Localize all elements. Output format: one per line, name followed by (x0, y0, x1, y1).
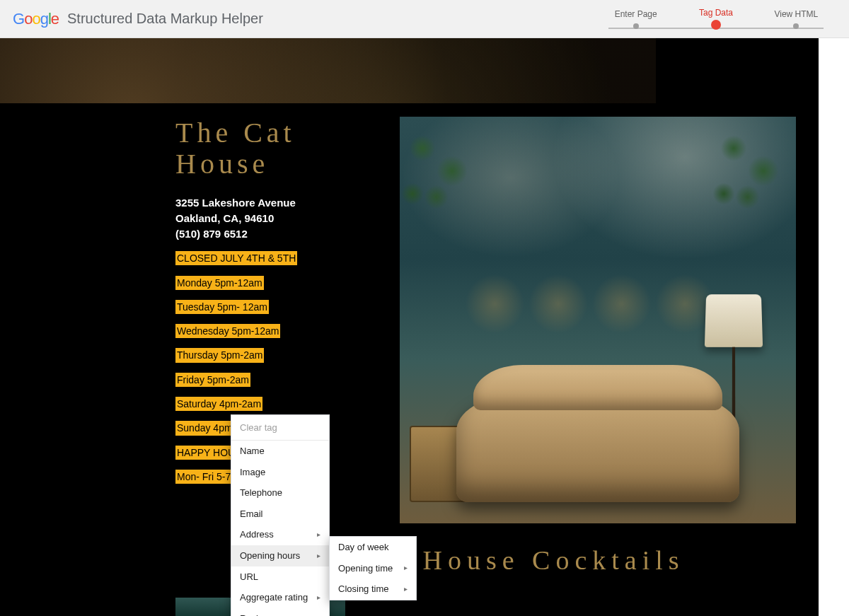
step-label: Tag Data (699, 8, 733, 18)
menu-item-url[interactable]: URL (231, 566, 329, 588)
menu-item-label: Opening hours (240, 550, 300, 562)
hours-monday-highlighted[interactable]: Monday 5pm-12am (175, 276, 264, 290)
chevron-right-icon: ▸ (404, 585, 408, 593)
lamp-decor (705, 294, 763, 347)
menu-item-label: Email (240, 509, 263, 520)
step-tag-data[interactable]: Tag Data (676, 8, 756, 30)
menu-clear-tag[interactable]: Clear tag (231, 415, 329, 441)
menu-item-label: Closing time (338, 583, 389, 595)
section-heading-cocktails[interactable]: d House Cocktails (391, 545, 685, 576)
menu-item-label: Aggregate rating (240, 592, 308, 603)
submenu-item-day-of-week[interactable]: Day of week (330, 537, 416, 558)
hours-thursday-highlighted[interactable]: Thursday 5pm-2am (175, 348, 264, 362)
step-dot (633, 23, 639, 29)
menu-item-address[interactable]: Address ▸ (231, 524, 329, 545)
side-panel (819, 38, 849, 616)
menu-item-email[interactable]: Email (231, 504, 329, 525)
app-title: Structured Data Markup Helper (67, 11, 263, 27)
menu-item-label: Address (240, 529, 274, 540)
chevron-right-icon: ▸ (404, 564, 408, 572)
menu-item-name[interactable]: Name (231, 441, 329, 462)
plant-decor (704, 117, 796, 275)
menu-item-label: Review (240, 613, 270, 616)
menu-item-image[interactable]: Image (231, 462, 329, 483)
step-label: View HTML (774, 9, 818, 19)
menu-item-review[interactable]: Review ▸ (231, 608, 329, 616)
menu-item-label: Opening time (338, 563, 393, 574)
business-name[interactable]: The Cat House (175, 117, 388, 180)
happy-hour-times-highlighted[interactable]: Mon- Fri 5-7 (175, 470, 232, 484)
hours-tuesday-highlighted[interactable]: Tuesday 5pm- 12am (175, 300, 269, 314)
step-label: Enter Page (615, 9, 657, 19)
tag-context-menu: Clear tag Name Image Telephone Email Add… (231, 414, 330, 616)
submenu-item-opening-time[interactable]: Opening time ▸ (330, 558, 416, 579)
chevron-right-icon: ▸ (317, 552, 320, 560)
closed-notice-highlighted[interactable]: CLOSED JULY 4TH & 5TH (175, 251, 297, 265)
hours-friday-highlighted[interactable]: Friday 5pm-2am (175, 373, 250, 387)
step-view-html[interactable]: View HTML (756, 9, 836, 29)
menu-item-label: Day of week (338, 542, 389, 553)
menu-item-opening-hours[interactable]: Opening hours ▸ (231, 545, 329, 566)
menu-item-label: Telephone (240, 487, 282, 499)
phone[interactable]: (510) 879 6512 (175, 226, 388, 242)
address-line-1[interactable]: 3255 Lakeshore Avenue (175, 195, 388, 211)
google-logo: Google (13, 10, 59, 28)
step-enter-page[interactable]: Enter Page (596, 9, 676, 29)
opening-hours-submenu: Day of week Opening time ▸ Closing time … (329, 536, 417, 600)
couch-decor (456, 396, 739, 502)
progress-stepper: Enter Page Tag Data View HTML (596, 8, 836, 30)
menu-item-label: Image (240, 467, 265, 478)
menu-item-telephone[interactable]: Telephone (231, 482, 329, 504)
step-dot (711, 20, 721, 30)
chevron-right-icon: ▸ (317, 530, 320, 539)
menu-item-label: Name (240, 446, 265, 457)
hours-saturday-highlighted[interactable]: Saturday 4pm-2am (175, 397, 262, 411)
submenu-item-closing-time[interactable]: Closing time ▸ (330, 579, 416, 600)
plant-decor (400, 117, 492, 275)
address-line-2[interactable]: Oakland, CA, 94610 (175, 211, 388, 226)
app-header: Google Structured Data Markup Helper Ent… (0, 0, 849, 38)
chevron-right-icon: ▸ (317, 593, 320, 602)
hours-sunday-highlighted[interactable]: Sunday 4pm- (175, 421, 237, 435)
step-dot (793, 23, 799, 29)
hours-wednesday-highlighted[interactable]: Wednesday 5pm-12am (175, 324, 280, 338)
hero-banner (0, 38, 656, 103)
menu-item-aggregate-rating[interactable]: Aggregate rating ▸ (231, 587, 329, 608)
interior-photo[interactable] (400, 117, 796, 523)
happy-hour-label-highlighted[interactable]: HAPPY HOU (175, 446, 236, 460)
menu-item-label: URL (240, 571, 258, 583)
